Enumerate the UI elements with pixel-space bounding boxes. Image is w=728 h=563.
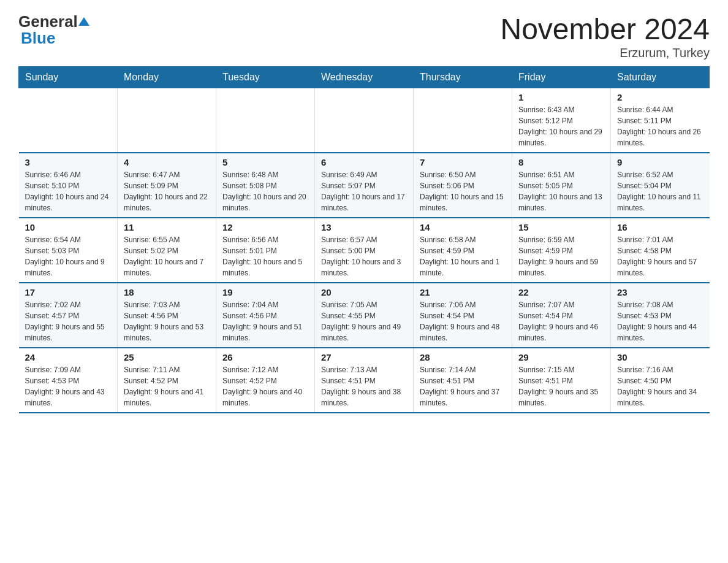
day-info: Sunrise: 7:01 AMSunset: 4:58 PMDaylight:… — [617, 234, 703, 278]
day-info: Sunrise: 7:05 AMSunset: 4:55 PMDaylight:… — [321, 299, 407, 343]
day-info: Sunrise: 6:57 AMSunset: 5:00 PMDaylight:… — [321, 234, 407, 278]
day-info: Sunrise: 6:59 AMSunset: 4:59 PMDaylight:… — [518, 234, 604, 278]
cell-week1-day0 — [19, 88, 118, 153]
day-info: Sunrise: 6:58 AMSunset: 4:59 PMDaylight:… — [420, 234, 506, 278]
day-info: Sunrise: 7:12 AMSunset: 4:52 PMDaylight:… — [222, 364, 308, 408]
logo-triangle2-icon — [84, 17, 89, 26]
cell-week4-day4: 21Sunrise: 7:06 AMSunset: 4:54 PMDayligh… — [414, 283, 512, 348]
cell-week5-day4: 28Sunrise: 7:14 AMSunset: 4:51 PMDayligh… — [414, 348, 512, 413]
day-number: 2 — [617, 92, 703, 102]
day-number: 23 — [617, 287, 703, 297]
cell-week1-day2 — [216, 88, 315, 153]
cell-week1-day6: 2Sunrise: 6:44 AMSunset: 5:11 PMDaylight… — [611, 88, 710, 153]
cell-week4-day5: 22Sunrise: 7:07 AMSunset: 4:54 PMDayligh… — [512, 283, 611, 348]
day-info: Sunrise: 6:50 AMSunset: 5:06 PMDaylight:… — [420, 169, 506, 213]
day-info: Sunrise: 6:47 AMSunset: 5:09 PMDaylight:… — [124, 169, 210, 213]
day-number: 17 — [25, 287, 112, 297]
cell-week3-day5: 15Sunrise: 6:59 AMSunset: 4:59 PMDayligh… — [512, 218, 611, 283]
day-info: Sunrise: 6:48 AMSunset: 5:08 PMDaylight:… — [222, 169, 308, 213]
day-number: 4 — [124, 157, 210, 167]
day-number: 7 — [420, 157, 506, 167]
header-thursday: Thursday — [414, 67, 512, 88]
day-number: 1 — [518, 92, 604, 102]
week-row-1: 1Sunrise: 6:43 AMSunset: 5:12 PMDaylight… — [19, 88, 710, 153]
day-number: 10 — [25, 222, 112, 232]
day-info: Sunrise: 7:03 AMSunset: 4:56 PMDaylight:… — [124, 299, 210, 343]
cell-week5-day6: 30Sunrise: 7:16 AMSunset: 4:50 PMDayligh… — [611, 348, 710, 413]
day-info: Sunrise: 6:54 AMSunset: 5:03 PMDaylight:… — [25, 234, 112, 278]
title-section: November 2024 Erzurum, Turkey — [500, 12, 710, 60]
cell-week4-day0: 17Sunrise: 7:02 AMSunset: 4:57 PMDayligh… — [19, 283, 118, 348]
header-tuesday: Tuesday — [216, 67, 315, 88]
day-number: 18 — [124, 287, 210, 297]
cell-week4-day1: 18Sunrise: 7:03 AMSunset: 4:56 PMDayligh… — [118, 283, 216, 348]
location-text: Erzurum, Turkey — [500, 46, 710, 60]
cell-week2-day6: 9Sunrise: 6:52 AMSunset: 5:04 PMDaylight… — [611, 153, 710, 218]
cell-week1-day3 — [315, 88, 414, 153]
cell-week2-day1: 4Sunrise: 6:47 AMSunset: 5:09 PMDaylight… — [118, 153, 216, 218]
cell-week2-day4: 7Sunrise: 6:50 AMSunset: 5:06 PMDaylight… — [414, 153, 512, 218]
week-row-3: 10Sunrise: 6:54 AMSunset: 5:03 PMDayligh… — [19, 218, 710, 283]
day-info: Sunrise: 7:07 AMSunset: 4:54 PMDaylight:… — [518, 299, 604, 343]
day-info: Sunrise: 6:46 AMSunset: 5:10 PMDaylight:… — [25, 169, 112, 213]
day-info: Sunrise: 7:13 AMSunset: 4:51 PMDaylight:… — [321, 364, 407, 408]
header-friday: Friday — [512, 67, 611, 88]
day-number: 15 — [518, 222, 604, 232]
cell-week5-day5: 29Sunrise: 7:15 AMSunset: 4:51 PMDayligh… — [512, 348, 611, 413]
day-number: 21 — [420, 287, 506, 297]
days-header-row: Sunday Monday Tuesday Wednesday Thursday… — [19, 67, 710, 88]
cell-week5-day0: 24Sunrise: 7:09 AMSunset: 4:53 PMDayligh… — [19, 348, 118, 413]
day-number: 24 — [25, 352, 112, 362]
cell-week2-day5: 8Sunrise: 6:51 AMSunset: 5:05 PMDaylight… — [512, 153, 611, 218]
page-header: General Blue November 2024 Erzurum, Turk… — [18, 12, 710, 60]
cell-week3-day0: 10Sunrise: 6:54 AMSunset: 5:03 PMDayligh… — [19, 218, 118, 283]
header-sunday: Sunday — [19, 67, 118, 88]
cell-week5-day2: 26Sunrise: 7:12 AMSunset: 4:52 PMDayligh… — [216, 348, 315, 413]
month-title: November 2024 — [500, 12, 710, 46]
day-number: 11 — [124, 222, 210, 232]
day-info: Sunrise: 7:04 AMSunset: 4:56 PMDaylight:… — [222, 299, 308, 343]
day-number: 16 — [617, 222, 703, 232]
logo-blue-text: Blue — [21, 29, 55, 48]
week-row-5: 24Sunrise: 7:09 AMSunset: 4:53 PMDayligh… — [19, 348, 710, 413]
week-row-2: 3Sunrise: 6:46 AMSunset: 5:10 PMDaylight… — [19, 153, 710, 218]
day-number: 26 — [222, 352, 308, 362]
day-info: Sunrise: 7:02 AMSunset: 4:57 PMDaylight:… — [25, 299, 112, 343]
logo-triangle-icon — [78, 17, 84, 26]
day-info: Sunrise: 6:51 AMSunset: 5:05 PMDaylight:… — [518, 169, 604, 213]
cell-week3-day1: 11Sunrise: 6:55 AMSunset: 5:02 PMDayligh… — [118, 218, 216, 283]
day-info: Sunrise: 7:11 AMSunset: 4:52 PMDaylight:… — [124, 364, 210, 408]
header-saturday: Saturday — [611, 67, 710, 88]
cell-week3-day6: 16Sunrise: 7:01 AMSunset: 4:58 PMDayligh… — [611, 218, 710, 283]
day-number: 19 — [222, 287, 308, 297]
day-number: 27 — [321, 352, 407, 362]
day-number: 12 — [222, 222, 308, 232]
cell-week4-day2: 19Sunrise: 7:04 AMSunset: 4:56 PMDayligh… — [216, 283, 315, 348]
cell-week2-day2: 5Sunrise: 6:48 AMSunset: 5:08 PMDaylight… — [216, 153, 315, 218]
cell-week1-day1 — [118, 88, 216, 153]
cell-week5-day3: 27Sunrise: 7:13 AMSunset: 4:51 PMDayligh… — [315, 348, 414, 413]
day-number: 25 — [124, 352, 210, 362]
day-number: 14 — [420, 222, 506, 232]
cell-week2-day3: 6Sunrise: 6:49 AMSunset: 5:07 PMDaylight… — [315, 153, 414, 218]
day-info: Sunrise: 6:44 AMSunset: 5:11 PMDaylight:… — [617, 104, 703, 148]
logo: General Blue — [18, 12, 89, 48]
day-info: Sunrise: 7:14 AMSunset: 4:51 PMDaylight:… — [420, 364, 506, 408]
cell-week5-day1: 25Sunrise: 7:11 AMSunset: 4:52 PMDayligh… — [118, 348, 216, 413]
day-number: 29 — [518, 352, 604, 362]
cell-week4-day6: 23Sunrise: 7:08 AMSunset: 4:53 PMDayligh… — [611, 283, 710, 348]
day-info: Sunrise: 7:09 AMSunset: 4:53 PMDaylight:… — [25, 364, 112, 408]
day-number: 6 — [321, 157, 407, 167]
day-number: 20 — [321, 287, 407, 297]
day-info: Sunrise: 6:49 AMSunset: 5:07 PMDaylight:… — [321, 169, 407, 213]
cell-week3-day3: 13Sunrise: 6:57 AMSunset: 5:00 PMDayligh… — [315, 218, 414, 283]
header-monday: Monday — [118, 67, 216, 88]
day-number: 3 — [25, 157, 112, 167]
day-number: 8 — [518, 157, 604, 167]
day-info: Sunrise: 6:43 AMSunset: 5:12 PMDaylight:… — [518, 104, 604, 148]
day-info: Sunrise: 7:16 AMSunset: 4:50 PMDaylight:… — [617, 364, 703, 408]
day-number: 28 — [420, 352, 506, 362]
day-number: 30 — [617, 352, 703, 362]
week-row-4: 17Sunrise: 7:02 AMSunset: 4:57 PMDayligh… — [19, 283, 710, 348]
day-number: 9 — [617, 157, 703, 167]
